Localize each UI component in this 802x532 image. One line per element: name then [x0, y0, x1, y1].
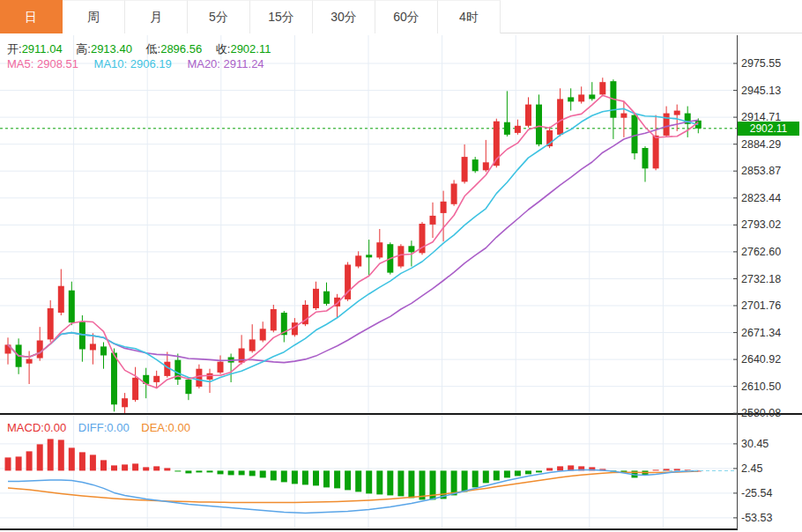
chart-canvas: [0, 0, 802, 532]
macd-bar: [345, 470, 351, 490]
candle: [292, 322, 298, 335]
macd-bar: [313, 470, 319, 485]
candle: [620, 114, 627, 118]
close-value: 2902.11: [230, 42, 271, 55]
candle: [599, 82, 605, 94]
macd-bar: [292, 470, 298, 484]
candle: [58, 286, 64, 313]
macd-bar: [397, 470, 404, 496]
low-value: 2896.56: [160, 42, 202, 55]
candle: [271, 309, 277, 330]
macd-bar: [196, 470, 202, 472]
macd-bar: [16, 456, 22, 470]
candle: [568, 97, 574, 101]
candle: [26, 359, 33, 364]
macd-bar: [504, 470, 510, 477]
macd-bar: [164, 468, 170, 470]
macd-bar: [26, 451, 33, 470]
candle: [196, 369, 202, 387]
macd-bar: [323, 470, 330, 487]
macd-bar: [90, 454, 96, 470]
high-value: 2913.40: [91, 42, 132, 55]
macd-bar: [483, 470, 489, 483]
macd-bar: [494, 470, 500, 480]
candle: [451, 184, 457, 204]
tab-4hour[interactable]: 4时: [438, 0, 501, 33]
candle: [100, 346, 107, 355]
price-axis-label: 2732.18: [741, 273, 799, 285]
ohlc-legend: 开:2911.04 高:2913.40 低:2896.56 收:2902.11: [7, 41, 281, 57]
price-axis-label: 2762.60: [741, 246, 799, 258]
candle: [578, 94, 584, 101]
macd-bar: [153, 466, 160, 470]
tab-day[interactable]: 日: [0, 0, 63, 33]
macd-bar: [111, 465, 117, 470]
candle: [69, 291, 75, 323]
candle: [632, 115, 638, 154]
candle: [557, 99, 563, 134]
candle: [408, 246, 414, 252]
macd-bar: [515, 470, 521, 476]
macd-axis-label: 2.45: [741, 462, 799, 475]
candle: [376, 242, 382, 257]
candle: [355, 255, 361, 266]
macd-bar: [366, 470, 372, 493]
macd-bar: [249, 470, 256, 476]
macd-bar: [334, 470, 340, 488]
macd-bar: [462, 470, 468, 491]
candle: [536, 105, 542, 144]
tab-15min[interactable]: 15分: [250, 0, 313, 33]
candle: [483, 162, 489, 170]
open-label: 开:: [7, 42, 22, 55]
macd-bar: [260, 470, 266, 477]
price-axis-label: 2884.29: [741, 138, 799, 151]
candle: [48, 308, 54, 339]
tab-month[interactable]: 月: [125, 0, 188, 33]
candle: [589, 94, 595, 99]
macd-bar: [175, 470, 181, 471]
close-label: 收:: [216, 42, 231, 55]
tab-week[interactable]: 周: [63, 0, 125, 33]
candle: [642, 148, 649, 168]
candle: [653, 136, 659, 168]
macd-bar: [132, 463, 138, 470]
dea-value: DEA:0.00: [141, 421, 190, 434]
macd-value: MACD:0.00: [7, 421, 66, 434]
macd-bar: [122, 464, 128, 470]
macd-axis-label: -53.53: [741, 512, 799, 524]
macd-axis-label: 30.45: [741, 438, 799, 450]
price-axis-label: 2640.92: [741, 353, 799, 366]
candle: [249, 339, 256, 351]
ma-legend: MA5: 2908.51 MA10: 2906.19 MA20: 2911.24: [7, 57, 277, 70]
candle: [472, 159, 479, 171]
tab-60min[interactable]: 60分: [375, 0, 438, 33]
candle: [674, 111, 680, 115]
macd-bar: [355, 470, 361, 491]
candle: [37, 341, 43, 358]
current-price-badge: 2902.11: [738, 122, 799, 136]
candle: [441, 202, 447, 213]
macd-bar: [228, 470, 234, 475]
macd-bar: [239, 470, 245, 475]
macd-bar: [653, 469, 659, 470]
candle: [313, 289, 319, 308]
tab-30min[interactable]: 30分: [313, 0, 375, 33]
macd-bar: [5, 457, 11, 470]
macd-bar: [451, 470, 457, 495]
macd-bar: [185, 470, 191, 473]
trading-chart-app: 日 周 月 5分 15分 30分 60分 4时 开:2911.04 高:2913…: [0, 0, 802, 532]
candle: [515, 126, 521, 133]
macd-bar: [546, 468, 553, 470]
price-axis-label: 2975.55: [741, 57, 799, 70]
candle: [430, 216, 436, 225]
price-axis-label: 2793.02: [741, 218, 799, 231]
tab-5min[interactable]: 5分: [188, 0, 250, 33]
macd-bar: [376, 470, 382, 494]
ma10-value: MA10: 2906.19: [94, 57, 172, 70]
macd-bar: [387, 470, 393, 495]
macd-bar: [302, 470, 308, 484]
macd-bar: [37, 444, 43, 470]
macd-bar: [271, 470, 277, 480]
candle: [366, 255, 372, 257]
ma20-value: MA20: 2911.24: [187, 57, 264, 70]
